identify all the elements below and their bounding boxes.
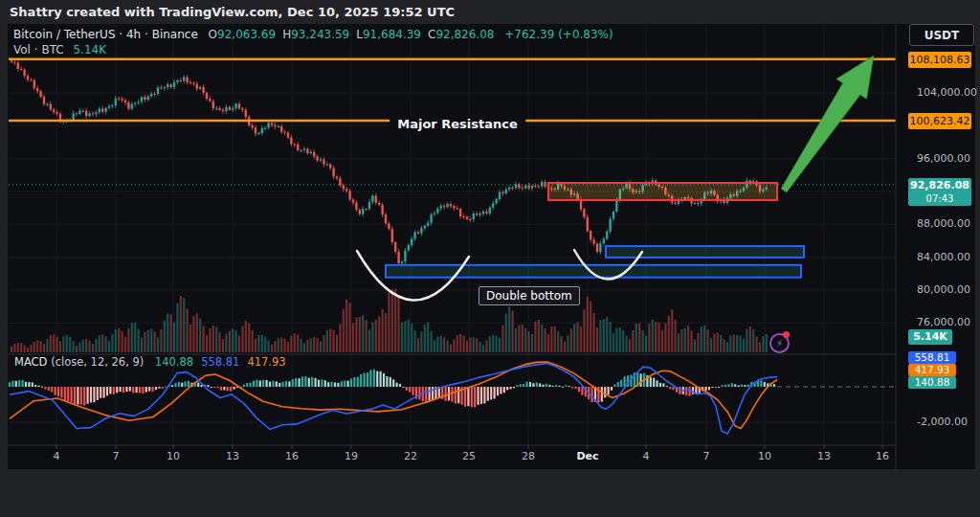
price-axis-label: 96,000.00 — [917, 150, 970, 168]
price-axis-label: 84,000.00 — [917, 249, 970, 266]
notification-dot — [783, 331, 790, 338]
price-axis-label: 558.81 — [908, 351, 956, 364]
macd-legend-value: 140.88 — [155, 355, 193, 369]
attribution-bar: Shattry created with TradingView.com, De… — [0, 0, 980, 24]
last-price-label: 92,826.0807:43 — [908, 178, 971, 206]
chart-plot-area[interactable] — [8, 24, 975, 469]
time-axis-label: 13 — [817, 450, 831, 462]
symbol-legend[interactable]: Bitcoin / TetherUS · 4h · Binance O92,06… — [13, 28, 613, 41]
time-axis-label: 28 — [522, 450, 535, 462]
volume-legend[interactable]: Vol · BTC 5.14K — [13, 43, 106, 56]
ohlc-key: O — [209, 28, 217, 41]
attribution-text: Shattry created with TradingView.com, De… — [10, 5, 455, 19]
macd-title: MACD — [14, 355, 47, 369]
macd-values: 140.88558.81417.93 — [147, 355, 286, 369]
ohlc-value: 91,684.39 — [363, 28, 421, 41]
time-axis-label: 13 — [226, 450, 239, 462]
time-axis-label: 10 — [167, 450, 180, 462]
time-axis-label: 25 — [462, 450, 476, 462]
time-axis-label: 7 — [703, 450, 710, 462]
lightning-icon: ⚡ — [776, 339, 783, 348]
ohlc-value: 92,063.69 — [217, 28, 276, 41]
volume-value: 5.14K — [73, 43, 106, 56]
ohlc-values: O92,063.69H93,243.59L91,684.39C92,826.08 — [202, 28, 495, 41]
currency-toggle-button[interactable]: USDT — [909, 24, 974, 46]
macd-params: (close, 12, 26, 9) — [51, 355, 144, 369]
price-axis-label: 140.88 — [908, 376, 956, 389]
price-axis-label: 100,623.42 — [908, 113, 971, 129]
macd-legend-value: 558.81 — [201, 355, 239, 369]
macd-legend[interactable]: MACD (close, 12, 26, 9) 140.88558.81417.… — [14, 355, 286, 369]
ohlc-key: L — [356, 28, 363, 41]
time-axis-label: 10 — [758, 450, 771, 462]
ohlc-value: 92,826.08 — [435, 28, 494, 41]
ohlc-key: H — [282, 28, 291, 41]
time-axis-label: Dec — [576, 450, 598, 462]
symbol-title: Bitcoin / TetherUS · 4h · Binance — [13, 28, 198, 41]
price-axis-label: 417.93 — [908, 364, 956, 376]
major-resistance-label[interactable]: Major Resistance — [390, 116, 525, 132]
change-value: +762.39 (+0.83%) — [504, 28, 612, 41]
time-axis-label: 16 — [876, 450, 889, 462]
price-axis-label: 104,000.00 — [917, 84, 977, 101]
price-axis-label: 5.14K — [908, 329, 952, 345]
ohlc-value: 93,243.59 — [291, 28, 349, 41]
tradingview-chart-window: Shattry created with TradingView.com, De… — [0, 0, 980, 517]
time-axis-label: 4 — [643, 450, 650, 462]
volume-label: Vol · BTC — [13, 43, 64, 56]
price-axis-label: 88,000.00 — [917, 215, 970, 233]
macd-legend-value: 417.93 — [247, 355, 285, 369]
footer-bar: TradingView — [0, 469, 980, 517]
time-axis-label: 16 — [285, 450, 299, 462]
price-axis-label: 108,108.63 — [908, 52, 971, 68]
double-bottom-label[interactable]: Double bottom — [479, 286, 580, 305]
time-axis-label: 19 — [345, 450, 358, 462]
price-axis-label: -2,000.00 — [917, 414, 968, 431]
time-axis-label: 22 — [404, 450, 417, 462]
price-axis-label: 80,000.00 — [917, 281, 970, 299]
time-axis-label: 7 — [113, 450, 120, 462]
time-axis-label: 4 — [54, 450, 60, 462]
